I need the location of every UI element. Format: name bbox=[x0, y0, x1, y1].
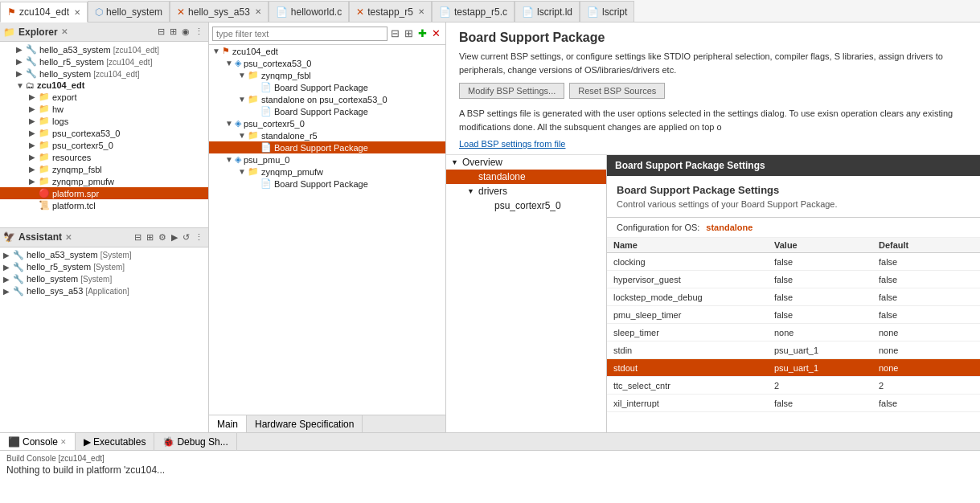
settings-content: Board Support Package Settings Control v… bbox=[607, 176, 980, 218]
tab-label-lscript2: lscript bbox=[602, 6, 627, 18]
middle-tree: ▼ ⚑ zcu104_edt ▼ ◈ psu_cortexa53_0 ▼ 📁 z… bbox=[209, 45, 445, 415]
stree-arrow-overview: ▼ bbox=[451, 158, 459, 166]
tab-hardware-spec[interactable]: Hardware Specification bbox=[247, 415, 363, 432]
tab-helloworld-c[interactable]: 📄 helloworld.c bbox=[269, 1, 349, 22]
settings-row-ttc_select_cntr[interactable]: ttc_select_cntr 2 2 bbox=[607, 377, 980, 395]
assistant-expand-btn[interactable]: ⊞ bbox=[145, 231, 155, 243]
tab-debug[interactable]: 🐞 Debug Sh... bbox=[154, 433, 236, 450]
stree-drivers[interactable]: ▼ drivers bbox=[446, 184, 606, 198]
debug-icon: 🐞 bbox=[162, 436, 174, 448]
mt-zynqmp-pmufw[interactable]: ▼ 📁 zynqmp_pmufw bbox=[209, 166, 445, 178]
tab-lscript2[interactable]: 📄 lscript bbox=[580, 1, 634, 22]
config-os-value[interactable]: standalone bbox=[706, 223, 752, 232]
tab-close-testapp-r5[interactable]: ✕ bbox=[418, 7, 424, 16]
tree-zynqmp-pmufw[interactable]: ▶ 📁 zynqmp_pmufw bbox=[0, 175, 208, 187]
explorer-collapse-btn[interactable]: ⊟ bbox=[156, 26, 166, 38]
assistant-menu-btn[interactable]: ⋮ bbox=[193, 231, 205, 243]
tree-hello-system[interactable]: ▶ 🔧 hello_system [zcu104_edt] bbox=[0, 67, 208, 80]
explorer-link-btn[interactable]: ◉ bbox=[180, 26, 191, 38]
mt-psu-pmu[interactable]: ▼ ◈ psu_pmu_0 bbox=[209, 153, 445, 166]
tab-console[interactable]: ⬛ Console ✕ bbox=[0, 433, 76, 450]
cell-value-clocking: false bbox=[768, 257, 872, 267]
explorer-close-icon[interactable]: ✕ bbox=[61, 27, 68, 36]
tree-hello-a53-system[interactable]: ▶ 🔧 hello_a53_system [zcu104_edt] bbox=[0, 43, 208, 55]
stree-psu-cortexr5[interactable]: psu_cortexr5_0 bbox=[446, 198, 606, 213]
assistant-close-icon[interactable]: ✕ bbox=[65, 233, 72, 242]
mt-bsp-standalone-cortexa53[interactable]: 📄 Board Support Package bbox=[209, 105, 445, 117]
asst-hello-r5[interactable]: ▶ 🔧 hello_r5_system [System] bbox=[0, 261, 208, 273]
tab-lscript-ld[interactable]: 📄 lscript.ld bbox=[515, 1, 580, 22]
explorer-expand-btn[interactable]: ⊞ bbox=[168, 26, 178, 38]
project-icon-hello-r5: 🔧 bbox=[26, 56, 37, 67]
settings-tree-panel: ▼ Overview standalone ▼ drivers psu_cort… bbox=[446, 155, 607, 432]
assistant-collapse-btn[interactable]: ⊟ bbox=[133, 231, 143, 243]
filter-add-btn[interactable]: ✚ bbox=[416, 27, 428, 39]
filter-collapse-btn[interactable]: ⊟ bbox=[389, 27, 401, 39]
stree-standalone[interactable]: standalone bbox=[446, 170, 606, 184]
modify-bsp-settings-btn[interactable]: Modify BSP Settings... bbox=[459, 83, 564, 99]
mt-standalone-cortexa53[interactable]: ▼ 📁 standalone on psu_cortexa53_0 bbox=[209, 93, 445, 105]
tab-close-hello-sys-a53[interactable]: ✕ bbox=[255, 7, 261, 16]
cell-name-ttc_select_cntr: ttc_select_cntr bbox=[607, 381, 768, 391]
settings-row-stdin[interactable]: stdin psu_uart_1 none bbox=[607, 341, 980, 359]
tab-close-zcu104[interactable]: ✕ bbox=[74, 8, 80, 17]
settings-content-panel: Board Support Package Settings Board Sup… bbox=[607, 155, 980, 432]
mt-zcu104-edt[interactable]: ▼ ⚑ zcu104_edt bbox=[209, 45, 445, 57]
console-close[interactable]: ✕ bbox=[60, 438, 67, 446]
mt-bsp-pmufw[interactable]: 📄 Board Support Package bbox=[209, 178, 445, 190]
tree-zynqmp-fsbl[interactable]: ▶ 📁 zynqmp_fsbl bbox=[0, 163, 208, 175]
asst-hello-system[interactable]: ▶ 🔧 hello_system [System] bbox=[0, 273, 208, 285]
cell-name-stdout: stdout bbox=[607, 363, 768, 373]
stree-overview[interactable]: ▼ Overview bbox=[446, 155, 606, 170]
tab-zcu104-edt[interactable]: ⚑ zcu104_edt ✕ bbox=[0, 2, 88, 22]
tree-hw[interactable]: ▶ 📁 hw bbox=[0, 103, 208, 115]
filter-close-btn[interactable]: ✕ bbox=[430, 27, 442, 39]
mt-bsp-standalone-r5[interactable]: 📄 Board Support Package bbox=[209, 141, 445, 153]
asst-hello-sys-a53[interactable]: ▶ 🔧 hello_sys_a53 [Application] bbox=[0, 285, 208, 297]
assistant-icon: 🦅 bbox=[3, 231, 15, 243]
asst-icon-hello-r5: 🔧 bbox=[13, 262, 24, 272]
cell-default-lockstep_mode_debug: false bbox=[872, 292, 980, 302]
mt-zynqmp-fsbl[interactable]: ▼ 📁 zynqmp_fsbl bbox=[209, 69, 445, 81]
mt-psu-cortexa53[interactable]: ▼ ◈ psu_cortexa53_0 bbox=[209, 57, 445, 69]
tree-zcu104-edt[interactable]: ▼ 🗂 zcu104_edt bbox=[0, 80, 208, 91]
tree-psu-cortexa53[interactable]: ▶ 📁 psu_cortexa53_0 bbox=[0, 127, 208, 139]
asst-hello-a53[interactable]: ▶ 🔧 hello_a53_system [System] bbox=[0, 249, 208, 261]
mt-standalone-r5[interactable]: ▼ 📁 standalone_r5 bbox=[209, 129, 445, 141]
tree-export[interactable]: ▶ 📁 export bbox=[0, 91, 208, 103]
reset-bsp-sources-btn[interactable]: Reset BSP Sources bbox=[569, 83, 665, 99]
settings-row-stdout[interactable]: stdout psu_uart_1 none bbox=[607, 359, 980, 377]
filter-input[interactable] bbox=[212, 27, 387, 41]
filter-expand-btn[interactable]: ⊞ bbox=[403, 27, 415, 39]
settings-row-clocking[interactable]: clocking false false bbox=[607, 253, 980, 271]
tab-icon-helloworld: 📄 bbox=[276, 6, 288, 18]
tab-main[interactable]: Main bbox=[209, 415, 247, 432]
tab-label-lscript-ld: lscript.ld bbox=[537, 6, 572, 18]
assistant-run-btn[interactable]: ▶ bbox=[170, 231, 179, 243]
mt-psu-cortexr5[interactable]: ▼ ◈ psu_cortexr5_0 bbox=[209, 117, 445, 129]
tree-resources[interactable]: ▶ 📁 resources bbox=[0, 151, 208, 163]
settings-row-pmu_sleep_timer[interactable]: pmu_sleep_timer false false bbox=[607, 306, 980, 324]
settings-row-lockstep_mode_debug[interactable]: lockstep_mode_debug false false bbox=[607, 288, 980, 306]
assistant-refresh-btn[interactable]: ↺ bbox=[181, 231, 191, 243]
assistant-settings-btn[interactable]: ⚙ bbox=[157, 231, 168, 243]
tab-testapp-r5[interactable]: ✕ testapp_r5 ✕ bbox=[349, 1, 432, 22]
settings-row-xil_interrupt[interactable]: xil_interrupt false false bbox=[607, 395, 980, 412]
tree-hello-r5-system[interactable]: ▶ 🔧 hello_r5_system [zcu104_edt] bbox=[0, 55, 208, 67]
tab-testapp-r5c[interactable]: 📄 testapp_r5.c bbox=[432, 1, 515, 22]
tab-hello-sys-a53[interactable]: ✕ hello_sys_a53 ✕ bbox=[170, 1, 269, 22]
cell-value-stdin: psu_uart_1 bbox=[768, 346, 872, 355]
tree-platform-tcl[interactable]: 📜 platform.tcl bbox=[0, 199, 208, 211]
tab-executables[interactable]: ▶ Executables bbox=[76, 433, 154, 450]
cell-default-ttc_select_cntr: 2 bbox=[872, 381, 980, 391]
bsp-load-link[interactable]: Load BSP settings from file bbox=[459, 139, 565, 149]
tree-platform-spr[interactable]: 🔴 platform.spr bbox=[0, 187, 208, 199]
bsp-header: Board Support Package View current BSP s… bbox=[446, 22, 980, 155]
tree-psu-cortexr5[interactable]: ▶ 📁 psu_cortexr5_0 bbox=[0, 139, 208, 151]
settings-row-sleep_timer[interactable]: sleep_timer none none bbox=[607, 324, 980, 341]
explorer-menu-btn[interactable]: ⋮ bbox=[193, 26, 205, 38]
mt-bsp-zynqmp-fsbl[interactable]: 📄 Board Support Package bbox=[209, 81, 445, 93]
tab-hello-system[interactable]: ⬡ hello_system bbox=[88, 1, 170, 22]
tree-logs[interactable]: ▶ 📁 logs bbox=[0, 115, 208, 127]
settings-row-hypervisor_guest[interactable]: hypervisor_guest false false bbox=[607, 271, 980, 288]
